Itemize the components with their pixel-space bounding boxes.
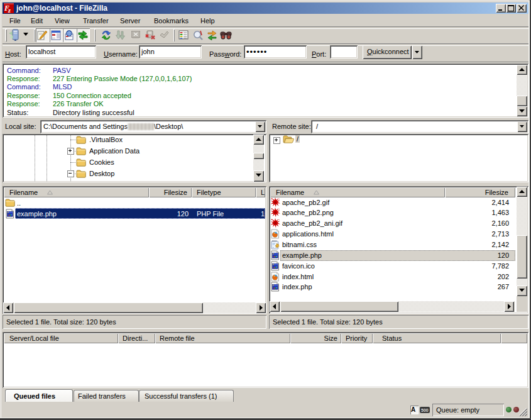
svg-text:z: z xyxy=(8,7,11,13)
